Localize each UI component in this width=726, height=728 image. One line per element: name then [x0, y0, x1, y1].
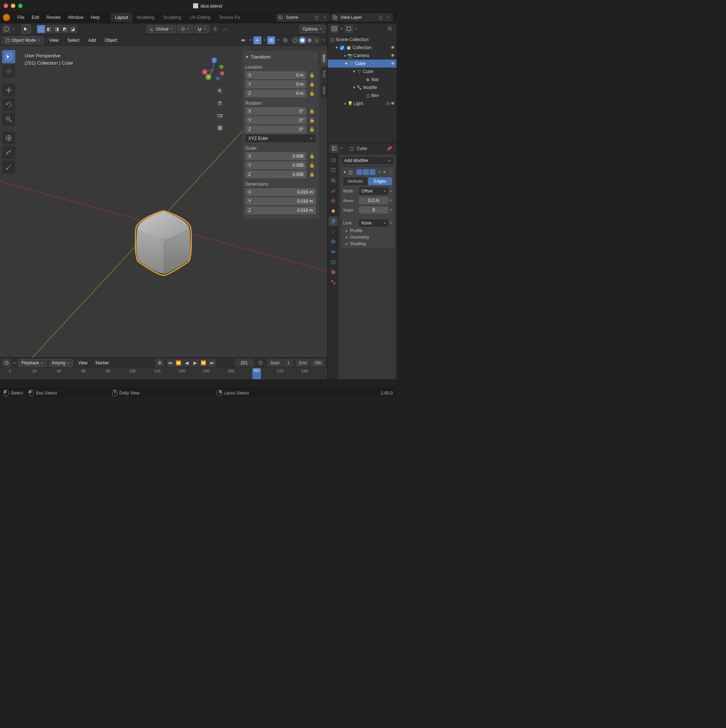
scene-close-icon[interactable]: × [321, 14, 329, 21]
tab-vertices[interactable]: Vertices [343, 177, 368, 185]
viewport-vis-icon[interactable]: ⊙ [386, 101, 390, 106]
editor-type-icon[interactable] [2, 25, 11, 34]
tree-material[interactable]: ◉ Mat [328, 76, 397, 84]
outliner-tree[interactable]: ▢ Scene Collection ▼ ▣ Collection 👁 ▸ 📷 … [328, 34, 397, 143]
display-mode-icon[interactable] [345, 24, 353, 33]
ptab-physics-icon[interactable] [328, 237, 338, 246]
timeline-editor-icon[interactable] [2, 359, 11, 367]
scale-z-field[interactable]: Z0.008 [246, 170, 307, 178]
overlay-toggle[interactable] [267, 36, 275, 44]
move-tool[interactable] [2, 84, 15, 96]
tree-bevel[interactable]: ◫ Bev [328, 92, 397, 99]
cube-object[interactable] [131, 209, 196, 278]
modifier-header[interactable]: ▼ ◫ ▼ × ⠿ [343, 169, 392, 175]
end-frame[interactable]: End250 [296, 359, 325, 367]
lock-icon[interactable]: 🔓 [308, 107, 316, 115]
minimize-window-button[interactable] [11, 4, 15, 8]
ptab-texture-icon[interactable] [328, 278, 338, 287]
maximize-window-button[interactable] [18, 4, 23, 8]
tab-modeling[interactable]: Modeling [133, 13, 159, 22]
xray-icon[interactable] [281, 36, 290, 45]
lock-icon[interactable]: 🔓 [308, 152, 316, 160]
select-mode-sub-icon[interactable]: ◩ [61, 25, 69, 33]
eye-icon[interactable]: 👁 [390, 53, 395, 58]
shading-solid-icon[interactable] [299, 37, 306, 44]
eye-icon[interactable]: 👁 [390, 45, 395, 50]
lock-icon[interactable]: 🔓 [308, 116, 316, 124]
ptab-constraints-icon[interactable] [328, 247, 338, 257]
lock-icon[interactable]: 🔓 [308, 80, 316, 88]
cursor-tool-icon[interactable] [22, 25, 31, 34]
amount-field[interactable]: 0.2 m [359, 197, 388, 204]
select-mode-tweak-icon[interactable]: ▢ [37, 25, 45, 33]
tree-collection[interactable]: ▼ ▣ Collection 👁 [328, 44, 397, 52]
annotate-tool[interactable] [2, 146, 15, 159]
location-x-field[interactable]: X0 m [246, 71, 307, 79]
ptab-material-icon[interactable] [328, 268, 338, 277]
tree-scene-collection[interactable]: ▢ Scene Collection [328, 35, 397, 44]
menu-window[interactable]: Window [64, 14, 87, 21]
proportional-curve-icon[interactable] [221, 25, 230, 34]
tree-camera[interactable]: ▸ 📷 Camera 👁 [328, 52, 397, 60]
scene-selector[interactable]: Scene ◫ × [276, 14, 329, 21]
ptab-world-icon[interactable] [328, 196, 338, 206]
ptab-particles-icon[interactable] [328, 227, 338, 236]
rotate-tool[interactable] [2, 98, 15, 111]
dim-z-field[interactable]: Z0.016 m [246, 206, 316, 214]
camera-view-icon[interactable] [215, 110, 225, 121]
transform-panel-header[interactable]: ▼ Transform ⠿ [246, 53, 316, 63]
blender-logo-icon[interactable] [3, 14, 10, 21]
tab-item[interactable]: Item [321, 51, 328, 66]
keyframe-next-icon[interactable]: ⏩ [200, 359, 207, 367]
playback-menu[interactable]: Playback▼ [18, 359, 47, 367]
jump-end-icon[interactable]: ⏭ [208, 359, 216, 367]
properties-editor-icon[interactable] [330, 144, 339, 153]
overlay-icon[interactable] [267, 36, 275, 44]
shading-rendered-icon[interactable] [313, 37, 320, 44]
ptab-modifier-icon[interactable] [328, 217, 338, 226]
limit-dropdown[interactable]: None▼ [359, 219, 388, 227]
proportional-edit-icon[interactable] [211, 25, 220, 34]
tab-uv-editing[interactable]: UV Editing [186, 13, 215, 22]
anim-dot-icon[interactable] [390, 209, 392, 211]
tree-cube-mesh[interactable]: ▼ ▽ Cube [328, 67, 397, 76]
snap-dropdown[interactable]: ▼ [194, 25, 209, 33]
outliner-editor-icon[interactable] [330, 24, 339, 33]
location-y-field[interactable]: Y0 m [246, 80, 307, 88]
add-modifier-dropdown[interactable]: Add Modifier▼ [341, 156, 394, 165]
visibility-dropdown-icon[interactable] [239, 36, 247, 45]
tab-texture-paint[interactable]: Texture Pa [215, 13, 244, 22]
tree-cube[interactable]: ▼ ▽ Cube 👁 [328, 60, 397, 67]
rotation-mode-dropdown[interactable]: XYZ Euler▼ [246, 135, 316, 142]
gizmo-icon[interactable] [253, 36, 261, 44]
viewlayer-close-icon[interactable]: × [384, 14, 392, 21]
ptab-output-icon[interactable] [328, 166, 338, 175]
current-frame-field[interactable]: 201 [235, 359, 254, 367]
select-mode-add-icon[interactable]: ◨ [53, 25, 61, 33]
viewlayer-browse-icon[interactable]: ◫ [377, 14, 384, 21]
lock-icon[interactable]: 🔓 [308, 161, 316, 169]
vp-menu-object[interactable]: Object [102, 38, 120, 43]
search-icon[interactable] [386, 24, 394, 33]
mod-render-icon[interactable] [363, 169, 369, 175]
lock-icon[interactable]: 🔓 [308, 125, 316, 133]
tab-tool[interactable]: Tool [321, 66, 328, 81]
transform-orientation-dropdown[interactable]: Global ▼ [146, 25, 176, 33]
tab-edges[interactable]: Edges [368, 177, 392, 185]
pin-icon[interactable]: 📌 [387, 146, 392, 151]
scene-browse-icon[interactable]: ◫ [313, 14, 321, 21]
menu-render[interactable]: Render [43, 14, 64, 21]
dim-x-field[interactable]: X0.016 m [246, 188, 316, 196]
drag-handle-icon[interactable]: ⠿ [389, 170, 392, 175]
ptab-viewlayer-icon[interactable] [328, 176, 338, 185]
tree-modifiers[interactable]: ▼ 🔧 Modifie [328, 84, 397, 92]
lock-icon[interactable]: 🔓 [308, 170, 316, 178]
pivot-dropdown[interactable]: ▼ [177, 25, 193, 33]
rotation-y-field[interactable]: Y0° [246, 116, 307, 124]
profile-subpanel[interactable]: ▸Profile [343, 227, 392, 233]
scale-x-field[interactable]: X0.008 [246, 152, 307, 160]
segments-field[interactable]: 8 [359, 206, 388, 214]
eye-icon[interactable]: 👁 [390, 101, 395, 106]
viewlayer-selector[interactable]: View Layer ◫ × [331, 14, 393, 21]
play-reverse-icon[interactable]: ◀ [183, 359, 191, 367]
